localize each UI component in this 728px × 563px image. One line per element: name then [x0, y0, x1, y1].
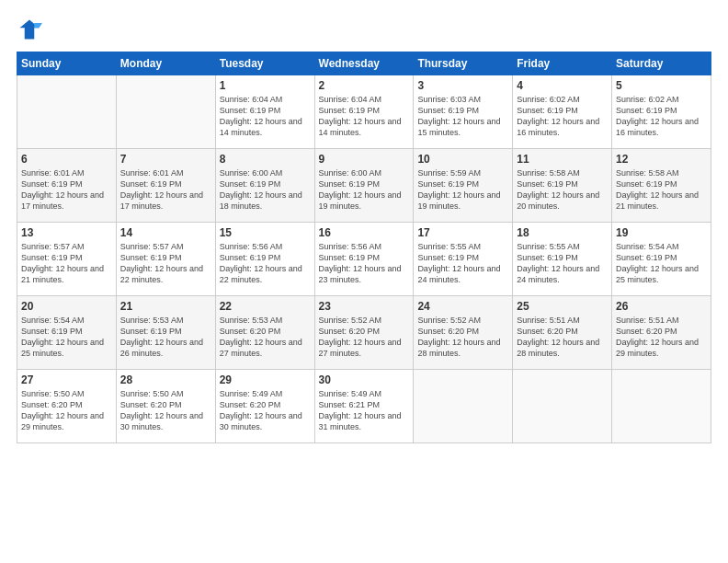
page: SundayMondayTuesdayWednesdayThursdayFrid…	[0, 0, 728, 563]
day-info: Sunrise: 5:53 AM Sunset: 6:19 PM Dayligh…	[120, 315, 211, 360]
day-info: Sunrise: 6:04 AM Sunset: 6:19 PM Dayligh…	[220, 94, 311, 139]
day-info: Sunrise: 5:58 AM Sunset: 6:19 PM Dayligh…	[517, 167, 608, 213]
day-number: 2	[319, 79, 410, 92]
day-info: Sunrise: 5:50 AM Sunset: 6:20 PM Dayligh…	[120, 388, 211, 433]
day-cell: 7Sunrise: 6:01 AM Sunset: 6:19 PM Daylig…	[116, 149, 215, 223]
week-row-4: 27Sunrise: 5:50 AM Sunset: 6:20 PM Dayli…	[17, 370, 711, 443]
day-number: 1	[220, 79, 311, 92]
day-number: 29	[220, 373, 311, 386]
day-number: 17	[417, 226, 508, 239]
day-info: Sunrise: 5:54 AM Sunset: 6:19 PM Dayligh…	[616, 241, 707, 286]
day-info: Sunrise: 5:51 AM Sunset: 6:20 PM Dayligh…	[616, 315, 707, 360]
day-cell	[414, 370, 513, 443]
day-info: Sunrise: 6:02 AM Sunset: 6:19 PM Dayligh…	[517, 94, 608, 139]
day-cell: 12Sunrise: 5:58 AM Sunset: 6:19 PM Dayli…	[612, 149, 711, 223]
day-number: 14	[120, 226, 211, 239]
day-info: Sunrise: 5:52 AM Sunset: 6:20 PM Dayligh…	[417, 315, 508, 360]
day-info: Sunrise: 6:01 AM Sunset: 6:19 PM Dayligh…	[21, 167, 112, 213]
day-info: Sunrise: 5:52 AM Sunset: 6:20 PM Dayligh…	[319, 315, 410, 360]
day-number: 6	[21, 153, 112, 166]
day-cell: 30Sunrise: 5:49 AM Sunset: 6:21 PM Dayli…	[314, 370, 414, 443]
day-cell: 18Sunrise: 5:55 AM Sunset: 6:19 PM Dayli…	[513, 223, 612, 296]
day-cell: 1Sunrise: 6:04 AM Sunset: 6:19 PM Daylig…	[215, 75, 314, 149]
logo-icon	[17, 17, 42, 42]
header-row: SundayMondayTuesdayWednesdayThursdayFrid…	[17, 52, 711, 75]
col-header-sunday: Sunday	[17, 52, 117, 75]
day-number: 4	[517, 79, 608, 92]
day-info: Sunrise: 5:55 AM Sunset: 6:19 PM Dayligh…	[517, 241, 608, 286]
day-number: 26	[616, 300, 707, 313]
logo	[17, 17, 46, 42]
day-info: Sunrise: 5:56 AM Sunset: 6:19 PM Dayligh…	[220, 241, 311, 286]
day-cell	[17, 75, 117, 149]
week-row-1: 6Sunrise: 6:01 AM Sunset: 6:19 PM Daylig…	[17, 149, 711, 223]
day-info: Sunrise: 5:56 AM Sunset: 6:19 PM Dayligh…	[319, 241, 410, 286]
col-header-monday: Monday	[116, 52, 215, 75]
day-info: Sunrise: 5:50 AM Sunset: 6:20 PM Dayligh…	[21, 388, 112, 433]
day-cell: 24Sunrise: 5:52 AM Sunset: 6:20 PM Dayli…	[414, 296, 513, 370]
day-cell: 20Sunrise: 5:54 AM Sunset: 6:19 PM Dayli…	[17, 296, 117, 370]
week-row-3: 20Sunrise: 5:54 AM Sunset: 6:19 PM Dayli…	[17, 296, 711, 370]
day-cell	[513, 370, 612, 443]
day-cell: 29Sunrise: 5:49 AM Sunset: 6:20 PM Dayli…	[215, 370, 314, 443]
day-number: 13	[21, 226, 112, 239]
day-cell: 16Sunrise: 5:56 AM Sunset: 6:19 PM Dayli…	[314, 223, 414, 296]
day-info: Sunrise: 6:00 AM Sunset: 6:19 PM Dayligh…	[220, 167, 311, 213]
week-row-0: 1Sunrise: 6:04 AM Sunset: 6:19 PM Daylig…	[17, 75, 711, 149]
day-cell: 5Sunrise: 6:02 AM Sunset: 6:19 PM Daylig…	[612, 75, 711, 149]
day-info: Sunrise: 5:59 AM Sunset: 6:19 PM Dayligh…	[417, 167, 508, 213]
day-info: Sunrise: 6:02 AM Sunset: 6:19 PM Dayligh…	[616, 94, 707, 139]
day-cell: 2Sunrise: 6:04 AM Sunset: 6:19 PM Daylig…	[314, 75, 414, 149]
day-info: Sunrise: 5:51 AM Sunset: 6:20 PM Dayligh…	[517, 315, 608, 360]
day-number: 20	[21, 300, 112, 313]
day-info: Sunrise: 6:00 AM Sunset: 6:19 PM Dayligh…	[319, 167, 410, 213]
col-header-wednesday: Wednesday	[314, 52, 414, 75]
day-cell: 27Sunrise: 5:50 AM Sunset: 6:20 PM Dayli…	[17, 370, 117, 443]
day-number: 19	[616, 226, 707, 239]
day-cell: 6Sunrise: 6:01 AM Sunset: 6:19 PM Daylig…	[17, 149, 117, 223]
day-cell	[612, 370, 711, 443]
header	[17, 17, 711, 42]
day-cell: 21Sunrise: 5:53 AM Sunset: 6:19 PM Dayli…	[116, 296, 215, 370]
day-cell	[116, 75, 215, 149]
day-number: 21	[120, 300, 211, 313]
day-cell: 14Sunrise: 5:57 AM Sunset: 6:19 PM Dayli…	[116, 223, 215, 296]
day-number: 5	[616, 79, 707, 92]
day-cell: 28Sunrise: 5:50 AM Sunset: 6:20 PM Dayli…	[116, 370, 215, 443]
col-header-thursday: Thursday	[414, 52, 513, 75]
day-number: 24	[417, 300, 508, 313]
day-cell: 19Sunrise: 5:54 AM Sunset: 6:19 PM Dayli…	[612, 223, 711, 296]
calendar-table: SundayMondayTuesdayWednesdayThursdayFrid…	[17, 52, 711, 443]
day-number: 11	[517, 153, 608, 166]
day-number: 10	[417, 153, 508, 166]
col-header-saturday: Saturday	[612, 52, 711, 75]
day-number: 9	[319, 153, 410, 166]
day-cell: 4Sunrise: 6:02 AM Sunset: 6:19 PM Daylig…	[513, 75, 612, 149]
day-cell: 22Sunrise: 5:53 AM Sunset: 6:20 PM Dayli…	[215, 296, 314, 370]
day-info: Sunrise: 6:01 AM Sunset: 6:19 PM Dayligh…	[120, 167, 211, 213]
day-info: Sunrise: 5:49 AM Sunset: 6:21 PM Dayligh…	[319, 388, 410, 433]
day-info: Sunrise: 6:03 AM Sunset: 6:19 PM Dayligh…	[417, 94, 508, 139]
day-cell: 23Sunrise: 5:52 AM Sunset: 6:20 PM Dayli…	[314, 296, 414, 370]
day-cell: 8Sunrise: 6:00 AM Sunset: 6:19 PM Daylig…	[215, 149, 314, 223]
svg-marker-1	[34, 23, 42, 28]
day-number: 8	[220, 153, 311, 166]
day-number: 22	[220, 300, 311, 313]
day-number: 23	[319, 300, 410, 313]
day-number: 3	[417, 79, 508, 92]
day-cell: 10Sunrise: 5:59 AM Sunset: 6:19 PM Dayli…	[414, 149, 513, 223]
day-number: 12	[616, 153, 707, 166]
day-info: Sunrise: 5:55 AM Sunset: 6:19 PM Dayligh…	[417, 241, 508, 286]
day-info: Sunrise: 5:57 AM Sunset: 6:19 PM Dayligh…	[120, 241, 211, 286]
day-info: Sunrise: 5:57 AM Sunset: 6:19 PM Dayligh…	[21, 241, 112, 286]
day-number: 15	[220, 226, 311, 239]
day-cell: 9Sunrise: 6:00 AM Sunset: 6:19 PM Daylig…	[314, 149, 414, 223]
day-number: 16	[319, 226, 410, 239]
day-number: 25	[517, 300, 608, 313]
day-number: 7	[120, 153, 211, 166]
day-number: 30	[319, 373, 410, 386]
col-header-friday: Friday	[513, 52, 612, 75]
day-cell: 13Sunrise: 5:57 AM Sunset: 6:19 PM Dayli…	[17, 223, 117, 296]
day-info: Sunrise: 6:04 AM Sunset: 6:19 PM Dayligh…	[319, 94, 410, 139]
day-info: Sunrise: 5:58 AM Sunset: 6:19 PM Dayligh…	[616, 167, 707, 213]
